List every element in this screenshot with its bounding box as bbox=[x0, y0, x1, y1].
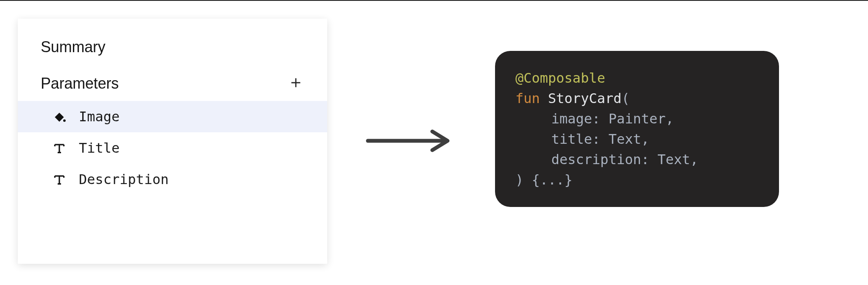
parameter-label: Title bbox=[79, 140, 120, 156]
code-param-type: Text bbox=[609, 131, 641, 147]
parameter-item-description[interactable]: Description bbox=[18, 164, 327, 195]
section-summary[interactable]: Summary bbox=[18, 38, 327, 70]
paint-bucket-icon bbox=[52, 109, 67, 124]
panel-card: Summary Parameters bbox=[18, 19, 327, 264]
parameter-label: Image bbox=[79, 109, 120, 125]
parameter-list: Image Title bbox=[18, 101, 327, 195]
code-keyword: fun bbox=[515, 90, 540, 106]
code-line: @Composable bbox=[515, 68, 759, 88]
section-parameters-row: Parameters bbox=[18, 70, 327, 101]
code-line: description: Text, bbox=[515, 149, 759, 170]
code-punct: ( bbox=[621, 90, 629, 106]
plus-icon bbox=[290, 77, 302, 90]
text-icon bbox=[52, 140, 67, 156]
text-icon bbox=[52, 172, 67, 187]
code-param-name: image bbox=[551, 111, 592, 127]
code-line: fun StoryCard( bbox=[515, 88, 759, 109]
code-param-name: title bbox=[551, 131, 592, 147]
code-line: title: Text, bbox=[515, 129, 759, 149]
code-close: ) {...} bbox=[515, 172, 573, 188]
code-line: ) {...} bbox=[515, 170, 759, 190]
diagram-stage: Summary Parameters bbox=[0, 0, 868, 285]
code-block: @Composable fun StoryCard( image: Painte… bbox=[495, 51, 779, 207]
arrow-right-icon bbox=[364, 124, 453, 158]
add-parameter-button[interactable] bbox=[287, 75, 304, 92]
parameter-item-image[interactable]: Image bbox=[18, 101, 327, 132]
code-function-name: StoryCard bbox=[548, 90, 621, 106]
parameter-label: Description bbox=[79, 171, 169, 187]
section-parameters[interactable]: Parameters bbox=[41, 75, 119, 92]
code-annotation: @Composable bbox=[515, 70, 605, 86]
code-param-name: description bbox=[551, 151, 641, 168]
code-param-type: Painter bbox=[609, 111, 666, 127]
code-line: image: Painter, bbox=[515, 109, 759, 129]
svg-point-2 bbox=[63, 119, 66, 122]
code-param-type: Text bbox=[657, 151, 690, 168]
parameter-item-title[interactable]: Title bbox=[18, 132, 327, 164]
